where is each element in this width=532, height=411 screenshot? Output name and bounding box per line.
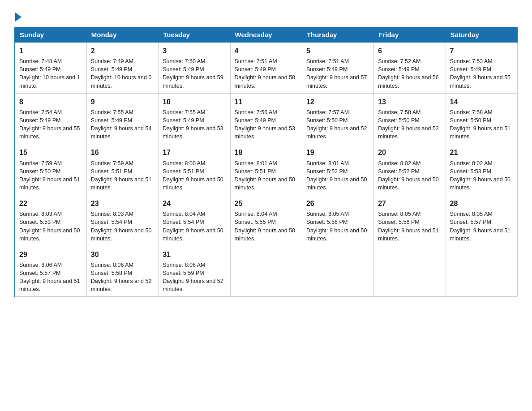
day-info: Sunrise: 8:06 AMSunset: 5:59 PMDaylight:…: [163, 261, 226, 294]
day-number: 24: [163, 198, 226, 209]
day-info: Sunrise: 8:01 AMSunset: 5:51 PMDaylight:…: [235, 159, 298, 192]
day-info: Sunrise: 8:00 AMSunset: 5:51 PMDaylight:…: [163, 159, 226, 192]
day-info: Sunrise: 8:03 AMSunset: 5:54 PMDaylight:…: [91, 210, 154, 243]
day-number: 19: [306, 147, 369, 158]
day-number: 22: [19, 198, 82, 209]
day-number: 16: [91, 147, 154, 158]
day-info: Sunrise: 8:04 AMSunset: 5:54 PMDaylight:…: [163, 210, 226, 243]
day-number: 28: [450, 198, 513, 209]
calendar-cell: 4Sunrise: 7:51 AMSunset: 5:49 PMDaylight…: [230, 43, 302, 94]
day-info: Sunrise: 8:01 AMSunset: 5:52 PMDaylight:…: [306, 159, 369, 192]
calendar-cell: 14Sunrise: 7:58 AMSunset: 5:50 PMDayligh…: [446, 93, 517, 144]
day-info: Sunrise: 7:54 AMSunset: 5:49 PMDaylight:…: [19, 108, 82, 141]
calendar-cell: 28Sunrise: 8:05 AMSunset: 5:57 PMDayligh…: [446, 195, 517, 246]
calendar-cell: 5Sunrise: 7:51 AMSunset: 5:49 PMDaylight…: [302, 43, 373, 94]
logo-triangle-icon: [15, 13, 21, 21]
day-info: Sunrise: 7:58 AMSunset: 5:50 PMDaylight:…: [450, 108, 513, 141]
day-number: 23: [91, 198, 154, 209]
day-number: 30: [91, 249, 154, 260]
day-number: 21: [450, 147, 513, 158]
calendar-cell: 12Sunrise: 7:57 AMSunset: 5:50 PMDayligh…: [302, 93, 373, 144]
day-info: Sunrise: 8:05 AMSunset: 5:56 PMDaylight:…: [306, 210, 369, 243]
calendar-cell: 22Sunrise: 8:03 AMSunset: 5:53 PMDayligh…: [15, 195, 86, 246]
day-number: 7: [450, 46, 513, 56]
calendar-cell: 15Sunrise: 7:59 AMSunset: 5:50 PMDayligh…: [15, 144, 86, 195]
day-header-thursday: Thursday: [302, 27, 373, 43]
day-info: Sunrise: 7:59 AMSunset: 5:51 PMDaylight:…: [91, 159, 154, 192]
day-number: 9: [91, 97, 154, 107]
page-header: [14, 11, 518, 19]
day-header-wednesday: Wednesday: [230, 27, 302, 43]
week-row-5: 29Sunrise: 8:06 AMSunset: 5:57 PMDayligh…: [15, 246, 518, 297]
day-info: Sunrise: 8:03 AMSunset: 5:53 PMDaylight:…: [19, 210, 82, 243]
day-header-friday: Friday: [374, 27, 446, 43]
calendar-cell: 13Sunrise: 7:58 AMSunset: 5:50 PMDayligh…: [374, 93, 446, 144]
calendar-cell: 27Sunrise: 8:05 AMSunset: 5:56 PMDayligh…: [374, 195, 446, 246]
calendar-table: SundayMondayTuesdayWednesdayThursdayFrid…: [14, 27, 518, 297]
calendar-cell: 19Sunrise: 8:01 AMSunset: 5:52 PMDayligh…: [302, 144, 373, 195]
day-header-monday: Monday: [86, 27, 158, 43]
calendar-header: SundayMondayTuesdayWednesdayThursdayFrid…: [15, 27, 518, 43]
day-number: 25: [235, 198, 298, 209]
day-info: Sunrise: 7:55 AMSunset: 5:49 PMDaylight:…: [163, 108, 226, 141]
day-info: Sunrise: 8:04 AMSunset: 5:55 PMDaylight:…: [235, 210, 298, 243]
week-row-1: 1Sunrise: 7:48 AMSunset: 5:49 PMDaylight…: [15, 43, 518, 94]
day-number: 1: [19, 46, 82, 56]
day-info: Sunrise: 8:06 AMSunset: 5:58 PMDaylight:…: [91, 261, 154, 294]
day-number: 20: [378, 147, 441, 158]
day-info: Sunrise: 8:02 AMSunset: 5:52 PMDaylight:…: [378, 159, 441, 192]
week-row-4: 22Sunrise: 8:03 AMSunset: 5:53 PMDayligh…: [15, 195, 518, 246]
calendar-cell: 20Sunrise: 8:02 AMSunset: 5:52 PMDayligh…: [374, 144, 446, 195]
day-number: 13: [378, 97, 441, 107]
day-info: Sunrise: 7:48 AMSunset: 5:49 PMDaylight:…: [19, 57, 82, 90]
day-info: Sunrise: 7:51 AMSunset: 5:49 PMDaylight:…: [235, 57, 298, 90]
day-info: Sunrise: 7:58 AMSunset: 5:50 PMDaylight:…: [378, 108, 441, 141]
day-info: Sunrise: 7:59 AMSunset: 5:50 PMDaylight:…: [19, 159, 82, 192]
day-number: 10: [163, 97, 226, 107]
day-number: 3: [163, 46, 226, 56]
calendar-cell: 21Sunrise: 8:02 AMSunset: 5:53 PMDayligh…: [446, 144, 517, 195]
day-info: Sunrise: 8:05 AMSunset: 5:56 PMDaylight:…: [378, 210, 441, 243]
calendar-cell: 11Sunrise: 7:56 AMSunset: 5:49 PMDayligh…: [230, 93, 302, 144]
day-number: 31: [163, 249, 226, 260]
day-number: 18: [235, 147, 298, 158]
week-row-3: 15Sunrise: 7:59 AMSunset: 5:50 PMDayligh…: [15, 144, 518, 195]
day-header-row: SundayMondayTuesdayWednesdayThursdayFrid…: [15, 27, 518, 43]
calendar-cell: 17Sunrise: 8:00 AMSunset: 5:51 PMDayligh…: [159, 144, 230, 195]
day-number: 2: [91, 46, 154, 56]
calendar-cell: 26Sunrise: 8:05 AMSunset: 5:56 PMDayligh…: [302, 195, 373, 246]
day-info: Sunrise: 7:50 AMSunset: 5:49 PMDaylight:…: [163, 57, 226, 90]
calendar-cell: 16Sunrise: 7:59 AMSunset: 5:51 PMDayligh…: [86, 144, 158, 195]
logo-top: [14, 11, 21, 21]
day-info: Sunrise: 7:51 AMSunset: 5:49 PMDaylight:…: [306, 57, 369, 90]
day-number: 5: [306, 46, 369, 56]
day-info: Sunrise: 7:49 AMSunset: 5:49 PMDaylight:…: [91, 57, 154, 90]
day-info: Sunrise: 7:55 AMSunset: 5:49 PMDaylight:…: [91, 108, 154, 141]
calendar-cell: 23Sunrise: 8:03 AMSunset: 5:54 PMDayligh…: [86, 195, 158, 246]
calendar-cell: 2Sunrise: 7:49 AMSunset: 5:49 PMDaylight…: [86, 43, 158, 94]
day-number: 6: [378, 46, 441, 56]
calendar-cell: [374, 246, 446, 297]
day-number: 29: [19, 249, 82, 260]
day-number: 15: [19, 147, 82, 158]
calendar-cell: 10Sunrise: 7:55 AMSunset: 5:49 PMDayligh…: [159, 93, 230, 144]
day-info: Sunrise: 7:56 AMSunset: 5:49 PMDaylight:…: [235, 108, 298, 141]
logo: [14, 11, 21, 19]
day-number: 4: [235, 46, 298, 56]
day-number: 8: [19, 97, 82, 107]
calendar-cell: 25Sunrise: 8:04 AMSunset: 5:55 PMDayligh…: [230, 195, 302, 246]
day-info: Sunrise: 7:57 AMSunset: 5:50 PMDaylight:…: [306, 108, 369, 141]
calendar-cell: 8Sunrise: 7:54 AMSunset: 5:49 PMDaylight…: [15, 93, 86, 144]
calendar-body: 1Sunrise: 7:48 AMSunset: 5:49 PMDaylight…: [15, 43, 518, 297]
day-info: Sunrise: 8:02 AMSunset: 5:53 PMDaylight:…: [450, 159, 513, 192]
day-header-sunday: Sunday: [15, 27, 86, 43]
calendar-cell: 6Sunrise: 7:52 AMSunset: 5:49 PMDaylight…: [374, 43, 446, 94]
calendar-cell: 31Sunrise: 8:06 AMSunset: 5:59 PMDayligh…: [159, 246, 230, 297]
day-number: 26: [306, 198, 369, 209]
calendar-cell: 18Sunrise: 8:01 AMSunset: 5:51 PMDayligh…: [230, 144, 302, 195]
calendar-cell: 9Sunrise: 7:55 AMSunset: 5:49 PMDaylight…: [86, 93, 158, 144]
calendar-cell: 7Sunrise: 7:53 AMSunset: 5:49 PMDaylight…: [446, 43, 517, 94]
calendar-cell: [302, 246, 373, 297]
day-info: Sunrise: 8:06 AMSunset: 5:57 PMDaylight:…: [19, 261, 82, 294]
day-number: 27: [378, 198, 441, 209]
